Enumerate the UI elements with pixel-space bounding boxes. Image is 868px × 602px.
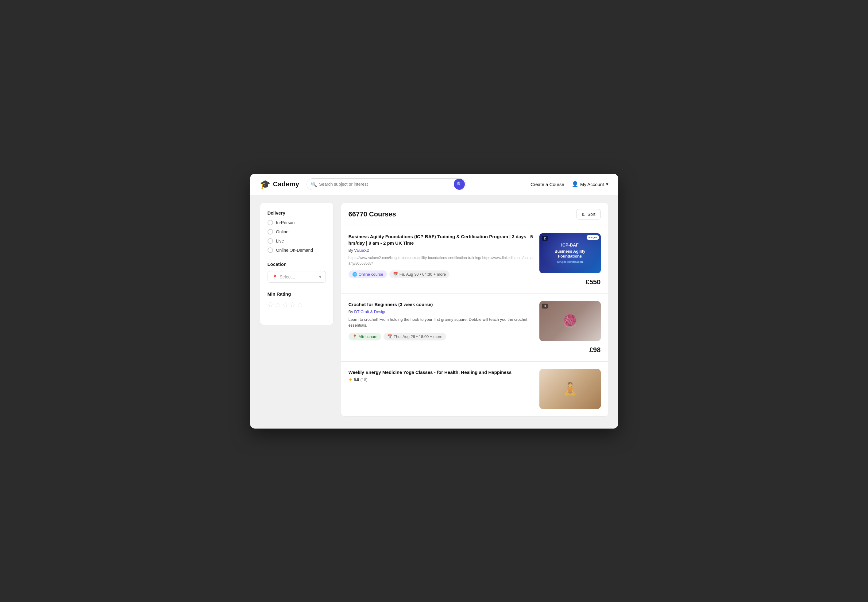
tag-online-1: 🌐 Online course (349, 270, 387, 278)
course-right-2: 🤍 3 🧶 £98 (539, 301, 601, 354)
course-image-emoji-2: 🧶 (562, 314, 578, 328)
radio-on-demand[interactable] (268, 247, 273, 253)
course-by-2: By DT Craft & Design (349, 309, 533, 314)
courses-panel: 66770 Courses ⇅ Sort Business Agility Fo… (341, 203, 608, 416)
star-3[interactable]: ☆ (282, 301, 288, 309)
rating-row-3: ★ 5.0 (18) (349, 377, 533, 382)
radio-in-person[interactable] (268, 220, 273, 225)
course-info-1: Business Agility Foundations (ICP-BAF) T… (349, 233, 533, 286)
header: 🎓 Cademy 🔍 🔍 Create a Course 👤 My Accoun… (250, 174, 618, 195)
calendar-icon: 📅 (393, 272, 398, 276)
icagile-badge: ICAgile (586, 235, 599, 240)
course-title-1: Business Agility Foundations (ICP-BAF) T… (349, 233, 533, 246)
sort-button[interactable]: ⇅ Sort (576, 209, 601, 220)
courses-header: 66770 Courses ⇅ Sort (341, 203, 608, 226)
search-icon: 🔍 (311, 181, 317, 187)
sort-label: Sort (588, 212, 596, 217)
sort-icon: ⇅ (582, 212, 585, 217)
main-content: Delivery In-Person Online Live Online On… (250, 195, 618, 424)
min-rating-title: Min Rating (268, 291, 326, 296)
header-nav: Create a Course 👤 My Account ▾ (531, 181, 608, 187)
logo-text: Cademy (273, 180, 300, 188)
tag-date-2: 📅 Thu, Aug 29 • 18:00 + more (384, 333, 446, 341)
course-url-1: https://www.valuex2.com/icagile-business… (349, 255, 533, 266)
create-course-button[interactable]: Create a Course (531, 182, 564, 187)
app-window: 🎓 Cademy 🔍 🔍 Create a Course 👤 My Accoun… (250, 174, 618, 428)
chevron-down-icon: ▾ (606, 181, 608, 187)
course-right-1: 🤍 2 ICP-BAF Business AgilityFoundations … (539, 233, 601, 286)
location-pin-icon: 📍 (272, 275, 277, 280)
calendar-icon-2: 📅 (387, 334, 392, 339)
star-2[interactable]: ☆ (275, 301, 281, 309)
search-btn-icon: 🔍 (456, 181, 462, 187)
tag-location-2: 📍 Altrincham (349, 333, 381, 341)
rating-value: 5.0 (354, 377, 359, 382)
course-image-1: 2 ICP-BAF Business AgilityFoundations IC… (539, 233, 601, 273)
logo: 🎓 Cademy (260, 179, 300, 189)
course-image-2: 3 🧶 (539, 301, 601, 341)
course-tags-2: 📍 Altrincham 📅 Thu, Aug 29 • 18:00 + mor… (349, 333, 533, 341)
filter-label-on-demand: Online On-Demand (276, 248, 313, 253)
globe-icon: 🌐 (352, 272, 357, 276)
location-title: Location (268, 261, 326, 267)
course-tags-1: 🌐 Online course 📅 Fri, Aug 30 • 04:30 + … (349, 270, 533, 278)
filter-option-online[interactable]: Online (268, 229, 326, 235)
location-icon: 📍 (352, 334, 357, 339)
course-description-2: Learn to crochet! From holding the hook … (349, 316, 533, 329)
tag-date-1: 📅 Fri, Aug 30 • 04:30 + more (389, 270, 450, 278)
course-card-2: Crochet for Beginners (3 week course) By… (341, 294, 608, 362)
course-provider-link-1[interactable]: ValueX2 (354, 248, 369, 253)
location-placeholder: Select... (280, 275, 295, 280)
course-price-2: £98 (589, 346, 601, 354)
course-num-badge-2: 3 (542, 304, 548, 309)
my-account-label: My Account (580, 182, 604, 187)
course-title-2: Crochet for Beginners (3 week course) (349, 301, 533, 307)
radio-online[interactable] (268, 229, 273, 235)
course-image-text-1: ICP-BAF Business AgilityFoundations ICAg… (552, 240, 588, 266)
star-1[interactable]: ☆ (268, 301, 274, 309)
course-price-1: £550 (586, 278, 601, 286)
chevron-down-icon: ▾ (319, 275, 321, 280)
account-icon: 👤 (572, 181, 579, 187)
filter-option-live[interactable]: Live (268, 238, 326, 244)
filter-label-live: Live (276, 238, 284, 243)
logo-icon: 🎓 (260, 179, 271, 189)
search-container: 🔍 🔍 (306, 178, 466, 190)
my-account-button[interactable]: 👤 My Account ▾ (572, 181, 608, 187)
course-provider-link-2[interactable]: DT Craft & Design (354, 309, 386, 314)
rating-stars: ☆ ☆ ☆ ☆ ☆ (268, 301, 326, 309)
search-button[interactable]: 🔍 (454, 179, 465, 190)
star-filled-icon: ★ (349, 377, 352, 382)
location-filter: Location 📍 Select... ▾ (268, 261, 326, 283)
min-rating-filter: Min Rating ☆ ☆ ☆ ☆ ☆ (268, 291, 326, 309)
star-5[interactable]: ☆ (297, 301, 303, 309)
radio-live[interactable] (268, 238, 273, 244)
search-input[interactable] (306, 178, 466, 190)
star-4[interactable]: ☆ (289, 301, 296, 309)
filter-option-in-person[interactable]: In-Person (268, 220, 326, 225)
course-num-badge-1: 2 (542, 236, 548, 241)
course-by-1: By ValueX2 (349, 248, 533, 253)
filter-option-on-demand[interactable]: Online On-Demand (268, 247, 326, 253)
course-image-emoji-3: 🧘 (562, 382, 578, 396)
delivery-filter: Delivery In-Person Online Live Online On… (268, 210, 326, 253)
sidebar: Delivery In-Person Online Live Online On… (260, 203, 334, 325)
location-select[interactable]: 📍 Select... ▾ (268, 271, 326, 283)
course-title-3: Weekly Energy Medicine Yoga Classes - fo… (349, 369, 533, 375)
course-image-3: 🧘 (539, 369, 601, 409)
course-card-3: Weekly Energy Medicine Yoga Classes - fo… (341, 362, 608, 416)
filter-label-in-person: In-Person (276, 220, 295, 225)
course-card-1: Business Agility Foundations (ICP-BAF) T… (341, 226, 608, 294)
courses-count: 66770 Courses (349, 210, 396, 218)
course-info-2: Crochet for Beginners (3 week course) By… (349, 301, 533, 354)
filter-label-online: Online (276, 229, 288, 234)
delivery-title: Delivery (268, 210, 326, 215)
rating-count: (18) (361, 377, 367, 382)
course-right-3: 🤍 🧘 (539, 369, 601, 409)
course-info-3: Weekly Energy Medicine Yoga Classes - fo… (349, 369, 533, 409)
